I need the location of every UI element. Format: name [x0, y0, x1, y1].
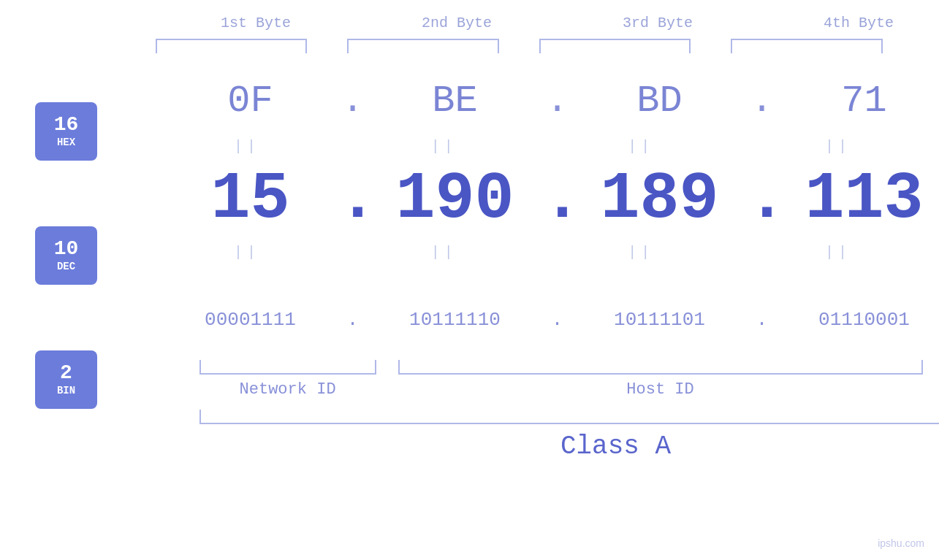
class-bracket-container: Class A [199, 410, 940, 461]
bin-row: 00001111 . 10111110 . 10111101 . 0111000… [119, 287, 923, 353]
main-container: 16 HEX 10 DEC 2 BIN 1st Byte 2nd Byte 3r… [0, 0, 939, 560]
hex-values: 0F . BE . BD . 71 [163, 80, 940, 123]
dec-values: 15 . 190 . 189 . 113 [163, 162, 940, 237]
eq-4: || [753, 138, 922, 155]
badge-dec-label: DEC [57, 261, 75, 272]
bracket-top-4 [731, 39, 883, 53]
dec-byte-1: 15 [163, 162, 338, 237]
eq-2: || [360, 138, 528, 155]
network-id-label: Network ID [199, 380, 376, 399]
badge-column: 16 HEX 10 DEC 2 BIN [35, 102, 97, 409]
byte-header-3: 3rd Byte [570, 15, 745, 31]
ip-area: 1st Byte 2nd Byte 3rd Byte 4th Byte 0F .… [119, 15, 923, 461]
eq2-2: || [360, 244, 528, 261]
dec-byte-4: 113 [777, 162, 940, 237]
bin-byte-3: 10111101 [572, 309, 748, 331]
byte-headers: 1st Byte 2nd Byte 3rd Byte 4th Byte [156, 15, 940, 39]
dot-bin-2: . [543, 309, 572, 331]
bracket-top-2 [347, 39, 499, 53]
dot-hex-1: . [338, 80, 368, 123]
badge-hex-number: 16 [54, 115, 79, 135]
dot-dec-1: . [338, 162, 368, 237]
bin-byte-4: 01110001 [777, 309, 940, 331]
labels-row: Network ID Host ID [199, 380, 923, 399]
bottom-brackets [199, 360, 923, 375]
badge-bin-number: 2 [60, 363, 72, 383]
badge-bin: 2 BIN [35, 350, 97, 409]
byte-header-4: 4th Byte [771, 15, 939, 31]
bracket-network [199, 360, 376, 375]
dot-bin-1: . [338, 309, 368, 331]
hex-byte-4: 71 [777, 80, 940, 123]
bracket-top-3 [539, 39, 691, 53]
hex-byte-2: BE [368, 80, 543, 123]
class-label: Class A [199, 431, 940, 461]
byte-header-2: 2nd Byte [369, 15, 544, 31]
bin-byte-2: 10111110 [368, 309, 543, 331]
hex-byte-1: 0F [163, 80, 338, 123]
equals-row-1: || || || || [163, 134, 923, 159]
equals-row-2: || || || || [163, 239, 923, 265]
dot-bin-3: . [748, 309, 777, 331]
rows-container: 0F . BE . BD . 71 || || || || [119, 68, 923, 353]
dot-hex-2: . [543, 80, 572, 123]
dec-byte-3: 189 [572, 162, 748, 237]
badge-dec: 10 DEC [35, 226, 97, 285]
eq-3: || [557, 138, 726, 155]
badge-bin-label: BIN [57, 385, 75, 396]
class-bracket [199, 410, 940, 424]
top-brackets [156, 39, 923, 53]
bracket-host [398, 360, 923, 375]
bin-values: 00001111 . 10111110 . 10111101 . 0111000… [163, 309, 940, 331]
watermark: ipshu.com [878, 537, 924, 549]
dot-dec-3: . [748, 162, 777, 237]
eq2-4: || [753, 244, 922, 261]
byte-header-1: 1st Byte [168, 15, 343, 31]
bracket-top-1 [156, 39, 308, 53]
eq2-3: || [557, 244, 726, 261]
hex-byte-3: BD [572, 80, 748, 123]
eq-1: || [163, 138, 332, 155]
dec-byte-2: 190 [368, 162, 543, 237]
host-id-label: Host ID [398, 380, 923, 399]
badge-hex-label: HEX [57, 137, 75, 148]
bin-byte-1: 00001111 [163, 309, 338, 331]
badge-hex: 16 HEX [35, 102, 97, 161]
hex-row: 0F . BE . BD . 71 [119, 68, 923, 134]
eq2-1: || [163, 244, 332, 261]
badge-dec-number: 10 [54, 239, 79, 259]
dec-row: 15 . 190 . 189 . 113 [119, 159, 923, 239]
dot-dec-2: . [543, 162, 572, 237]
dot-hex-3: . [748, 80, 777, 123]
